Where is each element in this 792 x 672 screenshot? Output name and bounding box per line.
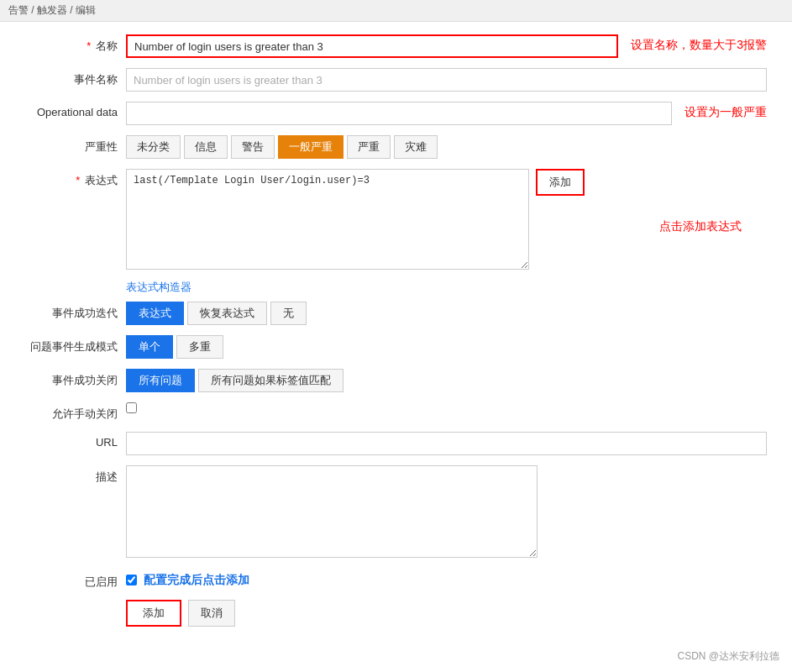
severity-label: 严重性 xyxy=(25,135,126,155)
name-label: * 名称 xyxy=(25,34,126,54)
operational-data-annotation: 设置为一般严重 xyxy=(684,102,767,120)
breadcrumb: 告警 / 触发器 / 编辑 xyxy=(0,0,792,22)
sev-btn-4[interactable]: 严重 xyxy=(347,135,391,159)
name-annotation: 设置名称，数量大于3报警 xyxy=(631,34,767,53)
add-expression-annotation: 点击添加表达式 xyxy=(659,219,742,234)
description-row: 描述 xyxy=(25,465,767,560)
severity-row: 严重性 未分类 信息 警告 一般严重 严重 灾难 xyxy=(25,135,767,159)
url-field xyxy=(126,432,767,455)
enabled-checkbox[interactable] xyxy=(126,575,137,585)
enabled-area: 配置完成后点击添加 xyxy=(126,573,249,588)
operational-data-row: Operational data 设置为一般严重 xyxy=(25,102,767,125)
event-name-input[interactable] xyxy=(126,68,767,92)
event-name-label: 事件名称 xyxy=(25,68,126,87)
description-label: 描述 xyxy=(25,465,126,485)
event-iterate-btn-2[interactable]: 无 xyxy=(270,302,307,325)
sev-btn-5[interactable]: 灾难 xyxy=(394,135,438,159)
expression-area: last(/Template Login User/login.user)=3 … xyxy=(126,169,585,270)
description-textarea[interactable] xyxy=(126,465,538,558)
url-label: URL xyxy=(25,432,126,449)
event-close-buttons: 所有问题 所有问题如果标签值匹配 xyxy=(126,369,344,392)
add-button[interactable]: 添加 xyxy=(126,600,181,627)
add-expression-button[interactable]: 添加 xyxy=(536,169,585,196)
event-iterate-btn-0[interactable]: 表达式 xyxy=(126,302,184,325)
problem-event-row: 问题事件生成模式 单个 多重 xyxy=(25,335,767,359)
enabled-annotation: 配置完成后点击添加 xyxy=(144,573,249,588)
sev-btn-2[interactable]: 警告 xyxy=(231,135,275,159)
expression-builder-row: 表达式构造器 xyxy=(25,280,767,295)
event-name-row: 事件名称 xyxy=(25,68,767,92)
operational-data-label: Operational data xyxy=(25,102,126,118)
cancel-button[interactable]: 取消 xyxy=(188,600,235,627)
event-iterate-buttons: 表达式 恢复表达式 无 xyxy=(126,302,307,325)
event-close-label: 事件成功关闭 xyxy=(25,369,126,388)
url-input[interactable] xyxy=(126,432,767,455)
operational-data-input[interactable] xyxy=(126,102,672,125)
bottom-buttons: 添加 取消 xyxy=(126,600,767,627)
problem-event-label: 问题事件生成模式 xyxy=(25,335,126,354)
operational-data-field xyxy=(126,102,672,125)
name-field xyxy=(126,34,618,58)
description-field xyxy=(126,465,767,560)
manual-close-checkbox-area xyxy=(126,402,137,413)
severity-buttons: 未分类 信息 警告 一般严重 严重 灾难 xyxy=(126,135,438,159)
expression-label: * 表达式 xyxy=(25,169,126,188)
enabled-label: 已启用 xyxy=(25,570,126,590)
name-row: * 名称 设置名称，数量大于3报警 xyxy=(25,34,767,58)
expression-row: * 表达式 last(/Template Login User/login.us… xyxy=(25,169,767,270)
event-close-btn-1[interactable]: 所有问题如果标签值匹配 xyxy=(198,369,344,392)
enabled-row: 已启用 配置完成后点击添加 xyxy=(25,570,767,590)
problem-event-btn-1[interactable]: 多重 xyxy=(176,335,223,359)
event-close-btn-0[interactable]: 所有问题 xyxy=(126,369,195,392)
manual-close-row: 允许手动关闭 xyxy=(25,402,767,422)
manual-close-checkbox[interactable] xyxy=(126,402,137,413)
event-close-row: 事件成功关闭 所有问题 所有问题如果标签值匹配 xyxy=(25,369,767,392)
event-name-field xyxy=(126,68,767,92)
name-input[interactable] xyxy=(126,34,618,58)
expression-builder-link[interactable]: 表达式构造器 xyxy=(126,280,191,295)
sev-btn-1[interactable]: 信息 xyxy=(184,135,228,159)
event-iterate-btn-1[interactable]: 恢复表达式 xyxy=(187,302,267,325)
sev-btn-0[interactable]: 未分类 xyxy=(126,135,181,159)
problem-event-buttons: 单个 多重 xyxy=(126,335,223,359)
sev-btn-3[interactable]: 一般严重 xyxy=(278,135,344,159)
event-iterate-label: 事件成功迭代 xyxy=(25,302,126,321)
expression-input[interactable]: last(/Template Login User/login.user)=3 xyxy=(126,169,529,270)
manual-close-label: 允许手动关闭 xyxy=(25,402,126,422)
url-row: URL xyxy=(25,432,767,455)
event-iterate-row: 事件成功迭代 表达式 恢复表达式 无 xyxy=(25,302,767,325)
problem-event-btn-0[interactable]: 单个 xyxy=(126,335,173,359)
